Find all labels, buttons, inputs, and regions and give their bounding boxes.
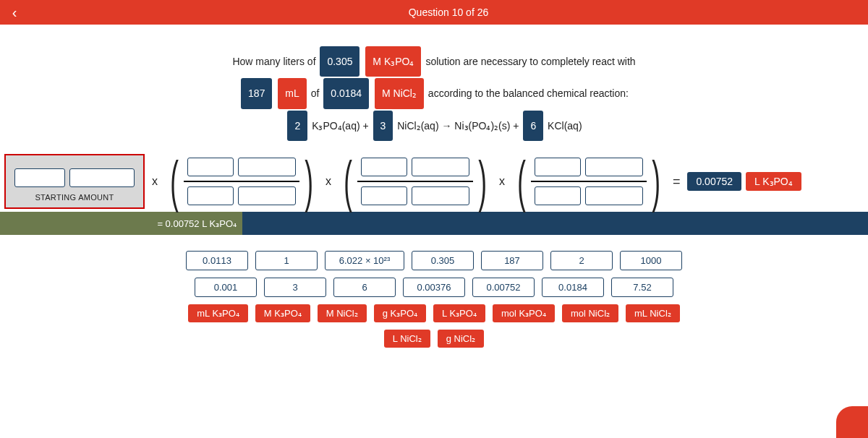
species-1: M K₃PO₄ xyxy=(365,46,421,77)
back-button[interactable]: ‹ xyxy=(0,0,29,25)
bank-numbers-row: 0.001 3 6 0.00376 0.00752 0.0184 7.52 xyxy=(195,278,673,297)
factor-slot[interactable] xyxy=(585,186,643,205)
coef-2: 3 xyxy=(373,111,393,141)
equals-sign: = xyxy=(665,174,688,189)
conversion-factor-3[interactable]: ( ) xyxy=(512,158,665,205)
coef-3: 6 xyxy=(523,111,543,141)
factor-slot[interactable] xyxy=(412,186,469,205)
factor-slot[interactable] xyxy=(187,186,234,205)
header-bar: ‹ Question 10 of 26 xyxy=(0,0,868,25)
left-paren-icon: ( xyxy=(170,159,179,204)
start-value-slot[interactable] xyxy=(14,168,65,187)
bank-number[interactable]: 1 xyxy=(255,251,318,270)
bank-numbers-row: 0.0113 1 6.022 × 10²³ 0.305 187 2 1000 xyxy=(186,251,682,270)
problem-text: How many liters of xyxy=(232,56,318,67)
bank-unit[interactable]: mol NiCl₂ xyxy=(562,304,618,322)
starting-amount-label: STARTING AMOUNT xyxy=(35,193,114,202)
bank-unit[interactable]: L K₃PO₄ xyxy=(433,304,485,322)
bank-number[interactable]: 0.00376 xyxy=(403,278,465,297)
bank-number[interactable]: 0.001 xyxy=(195,278,257,297)
right-paren-icon: ) xyxy=(652,159,660,204)
factor-slot[interactable] xyxy=(238,158,296,176)
factor-slot[interactable] xyxy=(361,186,407,205)
bank-units-row: L NiCl₂ g NiCl₂ xyxy=(384,330,484,348)
volume: 187 xyxy=(241,78,272,108)
bank-unit[interactable]: M K₃PO₄ xyxy=(255,304,310,322)
bank-unit[interactable]: mol K₃PO₄ xyxy=(493,304,555,322)
dimensional-analysis-row: STARTING AMOUNT x ( ) x ( xyxy=(0,151,868,212)
bank-unit[interactable]: g NiCl₂ xyxy=(438,330,484,348)
factor-slot[interactable] xyxy=(361,158,407,176)
problem-text: of xyxy=(311,87,323,99)
result-text: = 0.00752 L K₃PO₄ xyxy=(0,212,242,235)
factor-slot[interactable] xyxy=(535,158,581,176)
factor-slot[interactable] xyxy=(585,158,643,176)
bank-number[interactable]: 0.0184 xyxy=(542,278,604,297)
factor-slot[interactable] xyxy=(412,158,469,176)
bank-number[interactable]: 7.52 xyxy=(611,278,673,297)
concentration-1: 0.305 xyxy=(320,46,359,77)
answer-bank: 0.0113 1 6.022 × 10²³ 0.305 187 2 1000 0… xyxy=(0,235,868,355)
conversion-factor-2[interactable]: ( ) xyxy=(339,158,492,205)
bank-number[interactable]: 1000 xyxy=(620,251,682,270)
bank-number[interactable]: 187 xyxy=(481,251,543,270)
bank-unit[interactable]: mL K₃PO₄ xyxy=(188,304,248,322)
coef-1: 2 xyxy=(287,111,307,141)
bank-unit[interactable]: mL NiCl₂ xyxy=(626,304,680,322)
times-operator: x xyxy=(492,175,512,188)
problem-text: solution are necessary to completely rea… xyxy=(425,56,635,67)
reactant-1: K₃PO₄(aq) + xyxy=(312,120,371,132)
conversion-factor-1[interactable]: ( ) xyxy=(165,158,318,205)
reactant-2: NiCl₂(aq) → Ni₃(PO₄)₂(s) + xyxy=(397,120,522,132)
bank-number[interactable]: 3 xyxy=(264,278,326,297)
times-operator: x xyxy=(318,175,339,188)
bank-unit[interactable]: g K₃PO₄ xyxy=(374,304,426,322)
problem-statement: How many liters of 0.305 M K₃PO₄ solutio… xyxy=(0,25,868,151)
volume-unit: mL xyxy=(278,78,306,108)
right-paren-icon: ) xyxy=(478,159,487,204)
answer-value: 0.00752 xyxy=(687,172,741,191)
result-strip: = 0.00752 L K₃PO₄ xyxy=(0,212,868,235)
bank-number[interactable]: 0.00752 xyxy=(472,278,535,297)
bank-number[interactable]: 0.0113 xyxy=(186,251,248,270)
result-fill xyxy=(242,212,868,235)
bank-number[interactable]: 6 xyxy=(333,278,396,297)
answer-unit: L K₃PO₄ xyxy=(746,172,801,191)
problem-text: according to the balanced chemical react… xyxy=(428,87,629,99)
concentration-2: 0.0184 xyxy=(323,78,369,108)
species-2: M NiCl₂ xyxy=(375,78,424,108)
bank-unit[interactable]: L NiCl₂ xyxy=(384,330,430,348)
bank-number[interactable]: 6.022 × 10²³ xyxy=(325,251,404,270)
answer-display: 0.00752 L K₃PO₄ xyxy=(687,172,801,191)
factor-slot[interactable] xyxy=(238,186,296,205)
left-paren-icon: ( xyxy=(344,159,352,204)
factor-slot[interactable] xyxy=(535,186,581,205)
product: KCl(aq) xyxy=(548,120,582,132)
bank-number[interactable]: 0.305 xyxy=(412,251,474,270)
starting-amount-box[interactable]: STARTING AMOUNT xyxy=(4,154,145,209)
bank-unit[interactable]: M NiCl₂ xyxy=(318,304,367,322)
bank-units-row: mL K₃PO₄ M K₃PO₄ M NiCl₂ g K₃PO₄ L K₃PO₄… xyxy=(188,304,680,322)
bank-number[interactable]: 2 xyxy=(550,251,613,270)
right-paren-icon: ) xyxy=(305,159,313,204)
question-title: Question 10 of 26 xyxy=(29,7,868,18)
left-paren-icon: ( xyxy=(517,159,526,204)
times-operator: x xyxy=(145,175,165,188)
start-unit-slot[interactable] xyxy=(69,168,135,187)
factor-slot[interactable] xyxy=(187,158,234,176)
